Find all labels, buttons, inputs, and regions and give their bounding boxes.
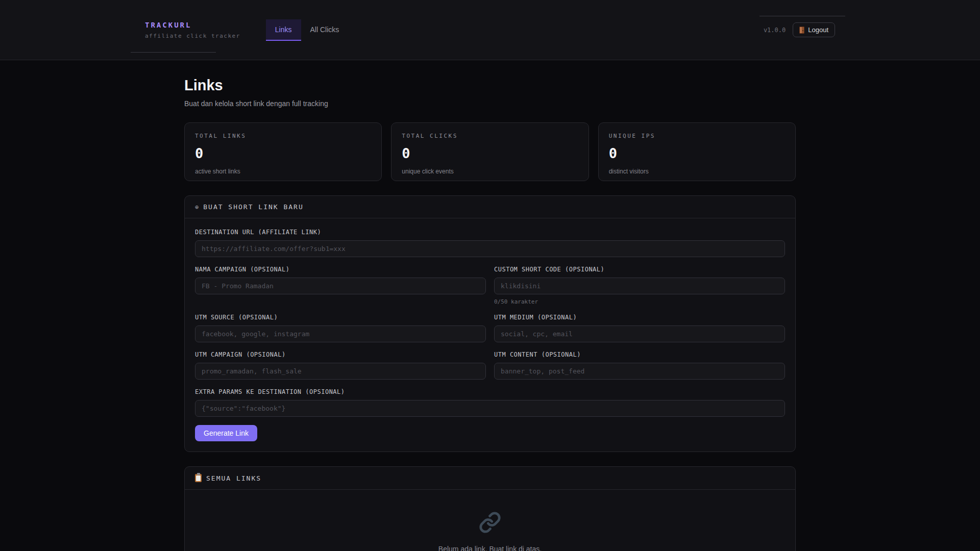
stat-caption: distinct visitors — [609, 168, 785, 175]
tab-links[interactable]: Links — [266, 19, 301, 41]
links-empty-state: Belum ada link. Buat link di atas. — [185, 490, 795, 551]
stat-value: 0 — [195, 145, 371, 161]
stats-row: TOTAL LINKS 0 active short links TOTAL C… — [184, 122, 796, 181]
create-link-form: DESTINATION URL (AFFILIATE LINK) NAMA CA… — [185, 218, 795, 452]
stat-label: UNIQUE IPS — [609, 133, 785, 139]
header-divider-left — [131, 52, 216, 53]
field-destination-url: DESTINATION URL (AFFILIATE LINK) — [195, 229, 785, 257]
field-extra-params: EXTRA PARAMS KE DESTINATION (OPSIONAL) — [195, 388, 785, 417]
brand: TRACKURL affiliate click tracker — [145, 21, 240, 39]
app-logo: TRACKURL — [145, 21, 240, 29]
create-link-panel-title: BUAT SHORT LINK BARU — [203, 203, 304, 211]
field-label: UTM CAMPAIGN (OPSIONAL) — [195, 351, 486, 358]
stat-value: 0 — [609, 145, 785, 161]
stat-label: TOTAL LINKS — [195, 133, 371, 139]
empty-state-text: Belum ada link. Buat link di atas. — [195, 545, 785, 551]
clipboard-icon — [195, 474, 202, 482]
stat-card-total-links: TOTAL LINKS 0 active short links — [184, 122, 382, 181]
field-utm-content: UTM CONTENT (OPSIONAL) — [494, 351, 785, 380]
field-label: NAMA CAMPAIGN (OPSIONAL) — [195, 266, 486, 273]
generate-link-button[interactable]: Generate Link — [195, 425, 257, 441]
field-label: DESTINATION URL (AFFILIATE LINK) — [195, 229, 785, 236]
version-label: v1.0.0 — [764, 27, 786, 34]
field-label: UTM MEDIUM (OPSIONAL) — [494, 314, 785, 321]
page-subtitle: Buat dan kelola short link dengan full t… — [184, 99, 796, 108]
custom-short-code-input[interactable] — [494, 278, 785, 294]
app-header: TRACKURL affiliate click tracker Links A… — [0, 0, 980, 60]
utm-source-input[interactable] — [195, 325, 486, 342]
field-label: CUSTOM SHORT CODE (OPSIONAL) — [494, 266, 785, 273]
create-link-panel-header: ⊕ BUAT SHORT LINK BARU — [185, 196, 795, 218]
stat-caption: active short links — [195, 168, 371, 175]
destination-url-input[interactable] — [195, 240, 785, 257]
stat-card-unique-ips: UNIQUE IPS 0 distinct visitors — [598, 122, 796, 181]
utm-campaign-input[interactable] — [195, 363, 486, 380]
app-tagline: affiliate click tracker — [145, 33, 240, 39]
char-counter: 0/50 karakter — [494, 298, 785, 305]
all-links-panel-title: SEMUA LINKS — [206, 474, 261, 482]
link-icon — [479, 511, 501, 534]
header-right: v1.0.0 Logout — [764, 22, 835, 37]
logout-label: Logout — [808, 26, 828, 34]
field-custom-short-code: CUSTOM SHORT CODE (OPSIONAL) 0/50 karakt… — [494, 266, 785, 305]
field-label: UTM CONTENT (OPSIONAL) — [494, 351, 785, 358]
header-inner: TRACKURL affiliate click tracker Links A… — [145, 0, 835, 60]
field-utm-campaign: UTM CAMPAIGN (OPSIONAL) — [195, 351, 486, 380]
stat-caption: unique click events — [402, 168, 578, 175]
plus-circle-icon: ⊕ — [195, 204, 199, 211]
page-title: Links — [184, 77, 796, 94]
nama-campaign-input[interactable] — [195, 278, 486, 294]
header-divider-right — [760, 16, 845, 16]
create-link-panel: ⊕ BUAT SHORT LINK BARU DESTINATION URL (… — [184, 195, 796, 452]
main-nav: Links All Clicks — [266, 19, 348, 41]
main-content: Links Buat dan kelola short link dengan … — [184, 60, 796, 551]
all-links-panel-header: SEMUA LINKS — [185, 467, 795, 490]
extra-params-input[interactable] — [195, 400, 785, 417]
tab-all-clicks[interactable]: All Clicks — [301, 19, 349, 41]
stat-card-total-clicks: TOTAL CLICKS 0 unique click events — [391, 122, 589, 181]
logout-button[interactable]: Logout — [793, 22, 835, 37]
stat-value: 0 — [402, 145, 578, 161]
field-utm-medium: UTM MEDIUM (OPSIONAL) — [494, 314, 785, 342]
utm-content-input[interactable] — [494, 363, 785, 380]
stat-label: TOTAL CLICKS — [402, 133, 578, 139]
field-label: UTM SOURCE (OPSIONAL) — [195, 314, 486, 321]
field-nama-campaign: NAMA CAMPAIGN (OPSIONAL) — [195, 266, 486, 294]
field-utm-source: UTM SOURCE (OPSIONAL) — [195, 314, 486, 342]
door-icon — [799, 27, 804, 34]
field-label: EXTRA PARAMS KE DESTINATION (OPSIONAL) — [195, 388, 785, 395]
utm-medium-input[interactable] — [494, 325, 785, 342]
all-links-panel: SEMUA LINKS Belum ada link. Buat link di… — [184, 466, 796, 551]
